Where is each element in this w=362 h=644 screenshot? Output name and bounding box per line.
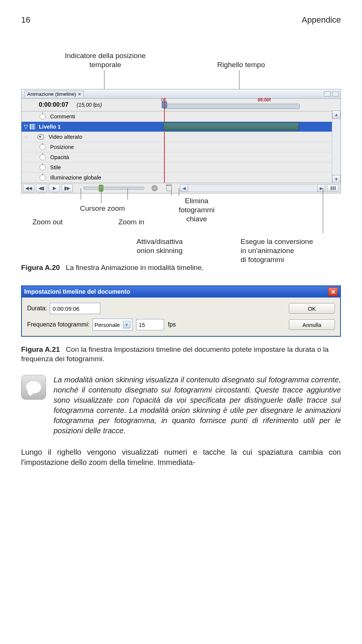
callout-indicator: Indicatore della posizione temporale: [65, 51, 146, 69]
trash-icon[interactable]: [165, 184, 173, 192]
layer-name: Commenti: [50, 113, 75, 120]
layer-name: Opacità: [50, 154, 69, 160]
close-button[interactable]: ✕: [328, 287, 338, 296]
figure-caption-21: Figura A.21 Con la finestra Impostazioni…: [21, 345, 341, 363]
film-icon: [30, 124, 35, 129]
durata-input[interactable]: [50, 303, 100, 314]
callout-esegue: Esegue la conversione in un'animazione d…: [241, 237, 313, 264]
timecode: 0:00:00:07: [39, 101, 68, 108]
layer-name: Video alterato: [49, 134, 82, 140]
timeline-settings-dialog: Impostazioni timeline del documento ✕ Du…: [21, 285, 341, 337]
layer-track[interactable]: [163, 123, 299, 131]
stopwatch-icon[interactable]: [40, 113, 46, 120]
header-title: Appendice: [302, 15, 341, 25]
note-box: La modalità onion skinning visualizza il…: [21, 375, 341, 436]
figure-caption-20: Figura A.20 La finestra Animazione in mo…: [21, 264, 341, 272]
scroll-right-icon[interactable]: ▶: [317, 184, 325, 192]
scroll-down-icon[interactable]: ▼: [332, 175, 341, 183]
scroll-up-icon[interactable]: ▲: [332, 110, 341, 119]
callout-ruler: Righello tempo: [217, 60, 265, 69]
durata-label: Durata:: [27, 305, 47, 312]
close-icon[interactable]: ×: [78, 91, 81, 97]
rewind-button[interactable]: ◀◀: [23, 184, 34, 192]
note-text: La modalità onion skinning visualizza il…: [54, 375, 341, 436]
freq-preset-select[interactable]: Personale ▾: [92, 319, 132, 331]
body-paragraph: Lungo il righello vengono visualizzati n…: [21, 447, 341, 468]
freq-label: Frequenza fotogrammi:: [27, 321, 89, 328]
freq-unit: fps: [168, 321, 176, 328]
fps-label: (15,00 fps): [77, 102, 102, 108]
page-number: 16: [21, 15, 30, 25]
callout-attiva: Attiva/disattiva onion skinning: [137, 237, 183, 255]
panel-tab[interactable]: Animazione (timeline) ×: [25, 90, 84, 97]
speech-bubble-icon: [21, 375, 46, 400]
layer-selected[interactable]: ▽Livello 1: [21, 122, 341, 132]
zoom-slider[interactable]: [83, 187, 144, 190]
eye-icon[interactable]: [37, 134, 44, 140]
vertical-scrollbar[interactable]: ▲ ▼: [332, 110, 341, 183]
chevron-down-icon[interactable]: ▾: [123, 321, 130, 328]
prev-frame-button[interactable]: ◀▮: [36, 184, 47, 192]
layer-name: Livello 1: [39, 124, 61, 130]
stopwatch-icon[interactable]: [40, 154, 46, 160]
layer-name: Posizione: [50, 144, 74, 150]
callout-elimina: Elimina fotogrammi chiave: [179, 196, 215, 223]
stopwatch-icon[interactable]: [40, 164, 46, 170]
onion-skin-toggle[interactable]: [150, 184, 159, 192]
callout-cursor-zoom: Cursore zoom: [80, 204, 125, 213]
dialog-title: Impostazioni timeline del documento: [24, 288, 130, 295]
minimize-icon[interactable]: [324, 91, 331, 97]
play-button[interactable]: ▶: [49, 184, 60, 192]
cancel-button[interactable]: Annulla: [289, 319, 335, 330]
callout-zoom-out: Zoom out: [32, 218, 63, 227]
menu-icon[interactable]: [332, 91, 339, 97]
next-frame-button[interactable]: ▮▶: [61, 184, 73, 192]
horizontal-scrollbar[interactable]: ◀ ▶: [180, 185, 325, 192]
animation-timeline-panel: Animazione (timeline) × 0:00:00:07 (15,0…: [21, 89, 341, 193]
stopwatch-icon[interactable]: [40, 144, 46, 150]
ok-button[interactable]: OK: [289, 303, 335, 314]
layer-name: Illuminazione globale: [50, 175, 101, 181]
stopwatch-icon[interactable]: [40, 175, 46, 181]
tab-label: Animazione (timeline): [27, 91, 76, 97]
layer-list: Commenti ▽Livello 1 ◁Video alterato▷ Pos…: [21, 111, 341, 183]
convert-frames-button[interactable]: [327, 184, 339, 192]
layer-name: Stile: [50, 164, 61, 170]
callout-zoom-in: Zoom in: [118, 218, 144, 227]
scroll-left-icon[interactable]: ◀: [180, 184, 188, 192]
freq-value-input[interactable]: [136, 319, 164, 330]
